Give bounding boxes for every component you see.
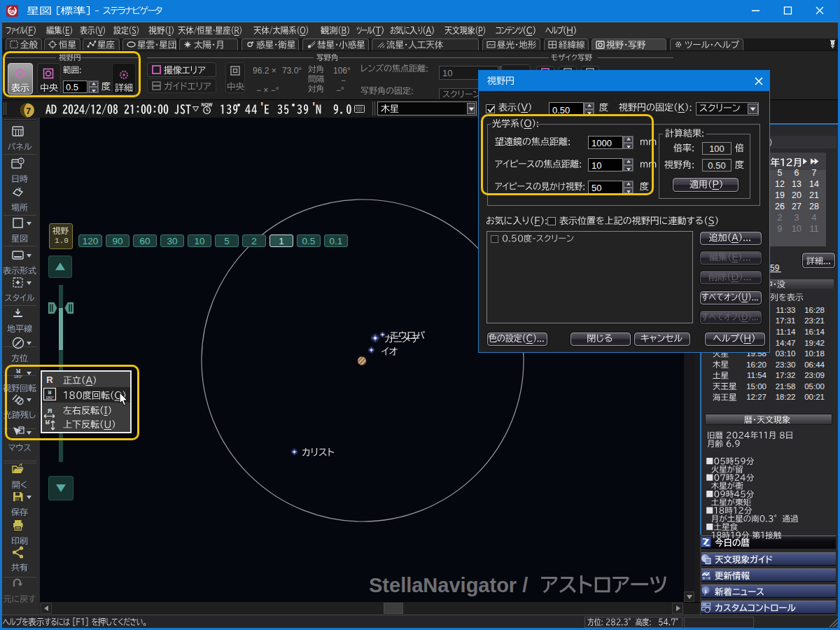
svg-text:7: 7 (26, 106, 31, 116)
svg-text:SN: SN (9, 9, 16, 14)
svg-text:NOW: NOW (202, 102, 213, 107)
